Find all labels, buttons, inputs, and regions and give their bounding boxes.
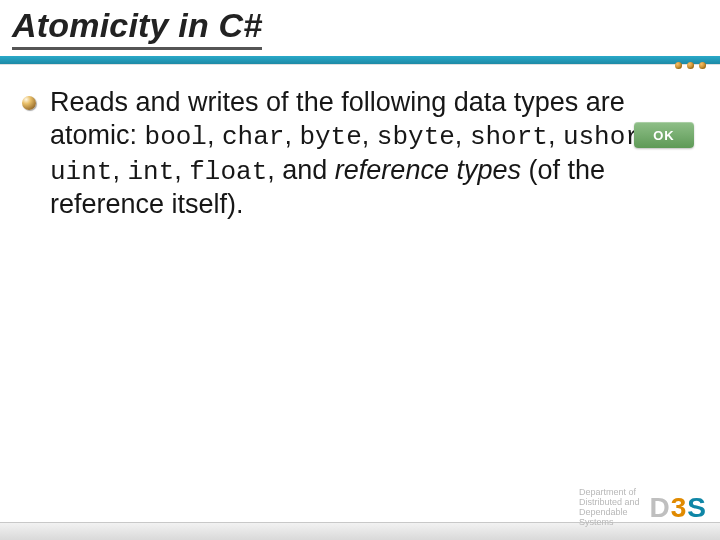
sep: , bbox=[112, 155, 127, 185]
footer-brand: Department of Distributed and Dependable… bbox=[579, 488, 706, 528]
text-reference-types: reference types bbox=[335, 155, 521, 185]
dept-line-4: Systems bbox=[579, 518, 640, 528]
slide-title: Atomicity in C# bbox=[12, 6, 262, 50]
logo-letter-s: S bbox=[687, 492, 706, 524]
sep: , bbox=[362, 120, 377, 150]
type-uint: uint bbox=[50, 157, 112, 187]
type-char: char bbox=[222, 122, 284, 152]
text-and: , and bbox=[267, 155, 335, 185]
content-area: Reads and writes of the following data t… bbox=[22, 86, 696, 221]
type-bool: bool bbox=[145, 122, 207, 152]
d3s-logo-icon: D 3 S bbox=[650, 492, 707, 524]
sep: , bbox=[174, 155, 189, 185]
type-int: int bbox=[127, 157, 174, 187]
sep: , bbox=[455, 120, 470, 150]
type-float: float bbox=[189, 157, 267, 187]
ok-badge: OK bbox=[634, 122, 694, 148]
type-byte: byte bbox=[299, 122, 361, 152]
body-paragraph: Reads and writes of the following data t… bbox=[50, 86, 696, 221]
slide: Atomicity in C# Reads and writes of the … bbox=[0, 0, 720, 540]
corner-dots-icon bbox=[675, 62, 706, 69]
logo-letter-d: D bbox=[650, 492, 670, 524]
sep: , bbox=[284, 120, 299, 150]
bullet-icon bbox=[22, 96, 36, 110]
bullet-item: Reads and writes of the following data t… bbox=[22, 86, 696, 221]
type-sbyte: sbyte bbox=[377, 122, 455, 152]
sep: , bbox=[207, 120, 222, 150]
sep: , bbox=[548, 120, 563, 150]
type-short: short bbox=[470, 122, 548, 152]
ok-badge-label: OK bbox=[653, 128, 675, 143]
logo-letter-3: 3 bbox=[671, 492, 687, 524]
accent-bar bbox=[0, 56, 720, 64]
department-text: Department of Distributed and Dependable… bbox=[579, 488, 640, 528]
title-wrap: Atomicity in C# bbox=[12, 6, 708, 50]
